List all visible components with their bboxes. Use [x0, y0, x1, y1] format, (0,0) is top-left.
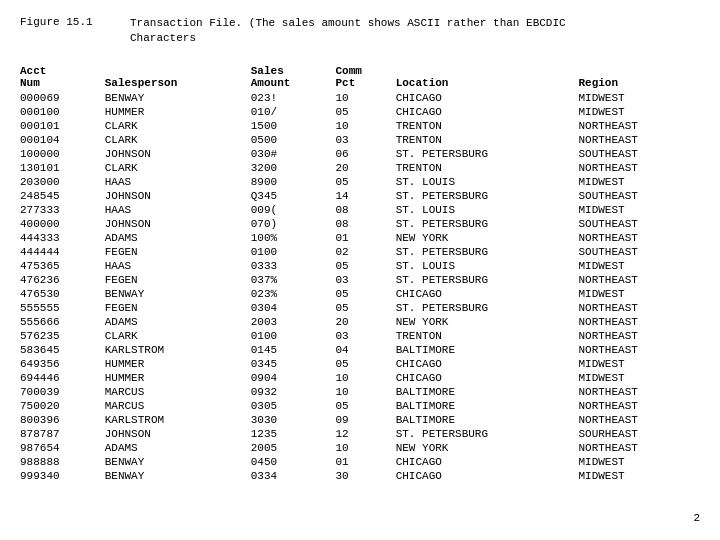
cell-comm: 05	[335, 399, 395, 413]
cell-comm: 04	[335, 343, 395, 357]
cell-comm: 12	[335, 427, 395, 441]
cell-sales: 8900	[251, 175, 336, 189]
cell-region: SOURHEAST	[578, 427, 700, 441]
table-row: 649356 HUMMER 0345 05 CHICAGO MIDWEST	[20, 357, 700, 371]
cell-acct: 750020	[20, 399, 105, 413]
table-row: 878787 JOHNSON 1235 12 ST. PETERSBURG SO…	[20, 427, 700, 441]
cell-acct: 700039	[20, 385, 105, 399]
figure-label: Figure 15.1	[20, 16, 100, 28]
cell-sales: 0345	[251, 357, 336, 371]
cell-acct: 100000	[20, 147, 105, 161]
col-header-comm: CommPct	[335, 65, 395, 91]
cell-sales: 2003	[251, 315, 336, 329]
cell-sales: 1500	[251, 119, 336, 133]
cell-salesperson: HAAS	[105, 203, 251, 217]
cell-region: MIDWEST	[578, 105, 700, 119]
table-row: 700039 MARCUS 0932 10 BALTIMORE NORTHEAS…	[20, 385, 700, 399]
cell-location: ST. LOUIS	[396, 259, 579, 273]
cell-sales: 070)	[251, 217, 336, 231]
table-row: 000101 CLARK 1500 10 TRENTON NORTHEAST	[20, 119, 700, 133]
table-row: 000100 HUMMER 010/ 05 CHICAGO MIDWEST	[20, 105, 700, 119]
cell-salesperson: MARCUS	[105, 385, 251, 399]
cell-salesperson: HUMMER	[105, 371, 251, 385]
cell-salesperson: FEGEN	[105, 301, 251, 315]
cell-salesperson: FEGEN	[105, 273, 251, 287]
cell-location: TRENTON	[396, 329, 579, 343]
cell-comm: 10	[335, 119, 395, 133]
cell-salesperson: HAAS	[105, 259, 251, 273]
cell-comm: 05	[335, 287, 395, 301]
cell-location: CHICAGO	[396, 105, 579, 119]
cell-sales: 0500	[251, 133, 336, 147]
cell-comm: 05	[335, 175, 395, 189]
cell-acct: 800396	[20, 413, 105, 427]
cell-location: ST. PETERSBURG	[396, 217, 579, 231]
cell-location: TRENTON	[396, 119, 579, 133]
cell-sales: 3030	[251, 413, 336, 427]
cell-region: NORTHEAST	[578, 133, 700, 147]
cell-region: SOUTHEAST	[578, 245, 700, 259]
cell-comm: 05	[335, 259, 395, 273]
table-row: 476530 BENWAY 023% 05 CHICAGO MIDWEST	[20, 287, 700, 301]
cell-sales: 0100	[251, 245, 336, 259]
cell-acct: 203000	[20, 175, 105, 189]
cell-acct: 583645	[20, 343, 105, 357]
cell-salesperson: ADAMS	[105, 231, 251, 245]
cell-comm: 20	[335, 315, 395, 329]
cell-comm: 10	[335, 385, 395, 399]
cell-acct: 000100	[20, 105, 105, 119]
cell-acct: 988888	[20, 455, 105, 469]
table-row: 555666 ADAMS 2003 20 NEW YORK NORTHEAST	[20, 315, 700, 329]
cell-region: NORTHEAST	[578, 119, 700, 133]
cell-sales: 2005	[251, 441, 336, 455]
cell-acct: 694446	[20, 371, 105, 385]
cell-salesperson: HAAS	[105, 175, 251, 189]
cell-salesperson: ADAMS	[105, 441, 251, 455]
cell-acct: 555666	[20, 315, 105, 329]
cell-region: MIDWEST	[578, 357, 700, 371]
table-row: 476236 FEGEN 037% 03 ST. PETERSBURG NORT…	[20, 273, 700, 287]
cell-region: MIDWEST	[578, 259, 700, 273]
cell-sales: 0333	[251, 259, 336, 273]
cell-location: ST. LOUIS	[396, 203, 579, 217]
cell-location: NEW YORK	[396, 315, 579, 329]
cell-salesperson: JOHNSON	[105, 217, 251, 231]
cell-region: MIDWEST	[578, 203, 700, 217]
cell-location: CHICAGO	[396, 357, 579, 371]
table-row: 130101 CLARK 3200 20 TRENTON NORTHEAST	[20, 161, 700, 175]
cell-sales: 3200	[251, 161, 336, 175]
cell-location: BALTIMORE	[396, 385, 579, 399]
cell-comm: 08	[335, 203, 395, 217]
cell-location: ST. PETERSBURG	[396, 427, 579, 441]
cell-acct: 476236	[20, 273, 105, 287]
cell-salesperson: KARLSTROM	[105, 343, 251, 357]
page-number: 2	[693, 512, 700, 524]
table-row: 555555 FEGEN 0304 05 ST. PETERSBURG NORT…	[20, 301, 700, 315]
cell-comm: 20	[335, 161, 395, 175]
cell-acct: 576235	[20, 329, 105, 343]
cell-location: TRENTON	[396, 161, 579, 175]
cell-comm: 10	[335, 91, 395, 105]
cell-region: NORTHEAST	[578, 343, 700, 357]
cell-region: NORTHEAST	[578, 273, 700, 287]
cell-sales: 1235	[251, 427, 336, 441]
table-row: 988888 BENWAY 0450 01 CHICAGO MIDWEST	[20, 455, 700, 469]
cell-sales: 030#	[251, 147, 336, 161]
table-row: 100000 JOHNSON 030# 06 ST. PETERSBURG SO…	[20, 147, 700, 161]
cell-acct: 248545	[20, 189, 105, 203]
cell-region: NORTHEAST	[578, 413, 700, 427]
cell-salesperson: HUMMER	[105, 105, 251, 119]
cell-salesperson: CLARK	[105, 329, 251, 343]
figure-caption: Figure 15.1 Transaction File. (The sales…	[20, 16, 700, 47]
cell-acct: 400000	[20, 217, 105, 231]
cell-comm: 06	[335, 147, 395, 161]
cell-region: SOUTHEAST	[578, 147, 700, 161]
cell-salesperson: BENWAY	[105, 91, 251, 105]
cell-salesperson: CLARK	[105, 119, 251, 133]
cell-comm: 05	[335, 357, 395, 371]
cell-sales: 023%	[251, 287, 336, 301]
cell-sales: 009(	[251, 203, 336, 217]
cell-salesperson: BENWAY	[105, 469, 251, 483]
cell-region: NORTHEAST	[578, 315, 700, 329]
cell-location: CHICAGO	[396, 91, 579, 105]
